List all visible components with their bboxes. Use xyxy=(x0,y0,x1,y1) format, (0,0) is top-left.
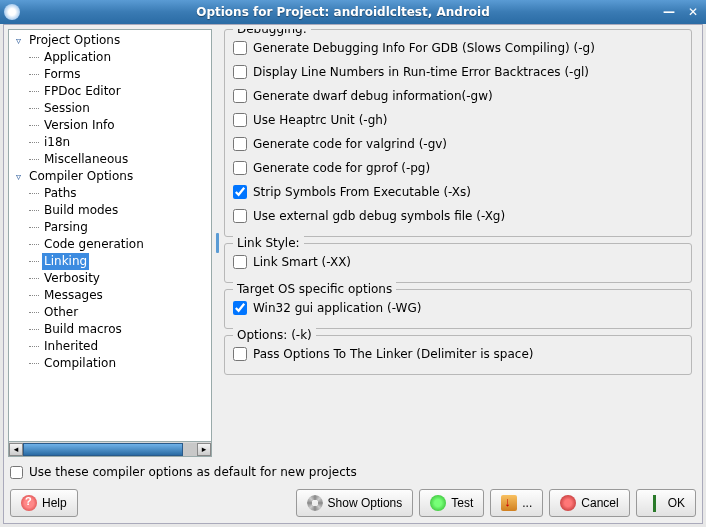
tree-label[interactable]: Linking xyxy=(42,253,89,270)
tree-label[interactable]: Forms xyxy=(42,66,82,83)
tree-label[interactable]: Miscellaneous xyxy=(42,151,130,168)
tree-item[interactable]: Session xyxy=(9,100,211,117)
tree-label[interactable]: Parsing xyxy=(42,219,90,236)
cancel-icon xyxy=(560,495,576,511)
option-label[interactable]: Generate dwarf debug information(-gw) xyxy=(253,89,493,103)
help-button[interactable]: Help xyxy=(10,489,78,517)
tree-item[interactable]: Inherited xyxy=(9,338,211,355)
download-icon xyxy=(501,495,517,511)
tree-label[interactable]: Build modes xyxy=(42,202,120,219)
option-label[interactable]: Win32 gui application (-WG) xyxy=(253,301,421,315)
option-checkbox[interactable] xyxy=(233,137,247,151)
load-save-button[interactable]: ... xyxy=(490,489,543,517)
option-label[interactable]: Display Line Numbers in Run-time Error B… xyxy=(253,65,589,79)
tree-item[interactable]: Other xyxy=(9,304,211,321)
scroll-right-button[interactable]: ▸ xyxy=(197,443,211,456)
option-checkbox[interactable] xyxy=(233,209,247,223)
tree-label[interactable]: Compilation xyxy=(42,355,118,372)
tree-label[interactable]: Version Info xyxy=(42,117,117,134)
option-checkbox[interactable] xyxy=(233,161,247,175)
tree-item[interactable]: Compilation xyxy=(9,355,211,372)
option-row: Link Smart (-XX) xyxy=(233,250,683,274)
tree-item[interactable]: Paths xyxy=(9,185,211,202)
option-checkbox[interactable] xyxy=(233,41,247,55)
button-label: OK xyxy=(668,496,685,510)
option-label[interactable]: Use Heaptrc Unit (-gh) xyxy=(253,113,388,127)
option-row: Pass Options To The Linker (Delimiter is… xyxy=(233,342,683,366)
scroll-left-button[interactable]: ◂ xyxy=(9,443,23,456)
group-title: Link Style: xyxy=(233,236,304,250)
option-label[interactable]: Generate code for gprof (-pg) xyxy=(253,161,430,175)
cancel-button[interactable]: Cancel xyxy=(549,489,629,517)
tree-label[interactable]: Code generation xyxy=(42,236,146,253)
splitter[interactable] xyxy=(214,29,220,457)
collapse-icon[interactable]: ▿ xyxy=(13,171,24,182)
tree-node-project-options[interactable]: ▿ Project Options xyxy=(9,32,211,49)
tree-label[interactable]: Session xyxy=(42,100,92,117)
option-row: Win32 gui application (-WG) xyxy=(233,296,683,320)
tree-item[interactable]: Application xyxy=(9,49,211,66)
option-label[interactable]: Generate code for valgrind (-gv) xyxy=(253,137,447,151)
tree-item[interactable]: Verbosity xyxy=(9,270,211,287)
option-checkbox[interactable] xyxy=(233,255,247,269)
tree-label[interactable]: Application xyxy=(42,49,113,66)
tree-item[interactable]: Messages xyxy=(9,287,211,304)
horizontal-scrollbar[interactable]: ◂ ▸ xyxy=(8,442,212,457)
tree-label[interactable]: Inherited xyxy=(42,338,100,355)
use-as-default-checkbox[interactable] xyxy=(10,466,23,479)
option-row: Generate Debugging Info For GDB (Slows C… xyxy=(233,36,683,60)
tree-item[interactable]: Build macros xyxy=(9,321,211,338)
gear-icon xyxy=(307,495,323,511)
test-icon xyxy=(430,495,446,511)
test-button[interactable]: Test xyxy=(419,489,484,517)
group-title: Debugging: xyxy=(233,29,311,36)
tree-label[interactable]: Messages xyxy=(42,287,105,304)
tree-item[interactable]: Version Info xyxy=(9,117,211,134)
tree-label[interactable]: Paths xyxy=(42,185,79,202)
option-label[interactable]: Pass Options To The Linker (Delimiter is… xyxy=(253,347,533,361)
button-label: Show Options xyxy=(328,496,403,510)
tree-label[interactable]: Verbosity xyxy=(42,270,102,287)
use-as-default-label[interactable]: Use these compiler options as default fo… xyxy=(29,465,357,479)
tree-label[interactable]: i18n xyxy=(42,134,72,151)
tree-item[interactable]: Miscellaneous xyxy=(9,151,211,168)
tree-item[interactable]: Code generation xyxy=(9,236,211,253)
tree-label[interactable]: Project Options xyxy=(27,32,122,49)
tree-item[interactable]: i18n xyxy=(9,134,211,151)
option-checkbox[interactable] xyxy=(233,89,247,103)
tree-label[interactable]: Compiler Options xyxy=(27,168,135,185)
group-title: Options: (-k) xyxy=(233,328,316,342)
tree-node-compiler-options[interactable]: ▿ Compiler Options xyxy=(9,168,211,185)
button-label: ... xyxy=(522,496,532,510)
help-icon xyxy=(21,495,37,511)
option-label[interactable]: Link Smart (-XX) xyxy=(253,255,351,269)
option-label[interactable]: Generate Debugging Info For GDB (Slows C… xyxy=(253,41,595,55)
tree-label[interactable]: FPDoc Editor xyxy=(42,83,123,100)
option-checkbox[interactable] xyxy=(233,347,247,361)
option-label[interactable]: Use external gdb debug symbols file (-Xg… xyxy=(253,209,505,223)
tree-label[interactable]: Build macros xyxy=(42,321,124,338)
option-row: Display Line Numbers in Run-time Error B… xyxy=(233,60,683,84)
ok-button[interactable]: OK xyxy=(636,489,696,517)
option-checkbox[interactable] xyxy=(233,301,247,315)
option-row: Generate code for gprof (-pg) xyxy=(233,156,683,180)
options-tree-panel: ▿ Project Options ApplicationFormsFPDoc … xyxy=(8,29,212,457)
option-checkbox[interactable] xyxy=(233,185,247,199)
tree-item[interactable]: Linking xyxy=(9,253,211,270)
tree-item[interactable]: Build modes xyxy=(9,202,211,219)
tree-item[interactable]: Forms xyxy=(9,66,211,83)
button-label: Help xyxy=(42,496,67,510)
collapse-icon[interactable]: ▿ xyxy=(13,35,24,46)
tree-item[interactable]: Parsing xyxy=(9,219,211,236)
close-button[interactable]: ✕ xyxy=(684,4,702,20)
option-row: Use Heaptrc Unit (-gh) xyxy=(233,108,683,132)
tree-label[interactable]: Other xyxy=(42,304,80,321)
option-checkbox[interactable] xyxy=(233,65,247,79)
minimize-button[interactable]: — xyxy=(660,4,678,20)
option-label[interactable]: Strip Symbols From Executable (-Xs) xyxy=(253,185,471,199)
scroll-thumb[interactable] xyxy=(23,443,183,456)
tree-item[interactable]: FPDoc Editor xyxy=(9,83,211,100)
options-tree[interactable]: ▿ Project Options ApplicationFormsFPDoc … xyxy=(8,29,212,442)
show-options-button[interactable]: Show Options xyxy=(296,489,414,517)
option-checkbox[interactable] xyxy=(233,113,247,127)
